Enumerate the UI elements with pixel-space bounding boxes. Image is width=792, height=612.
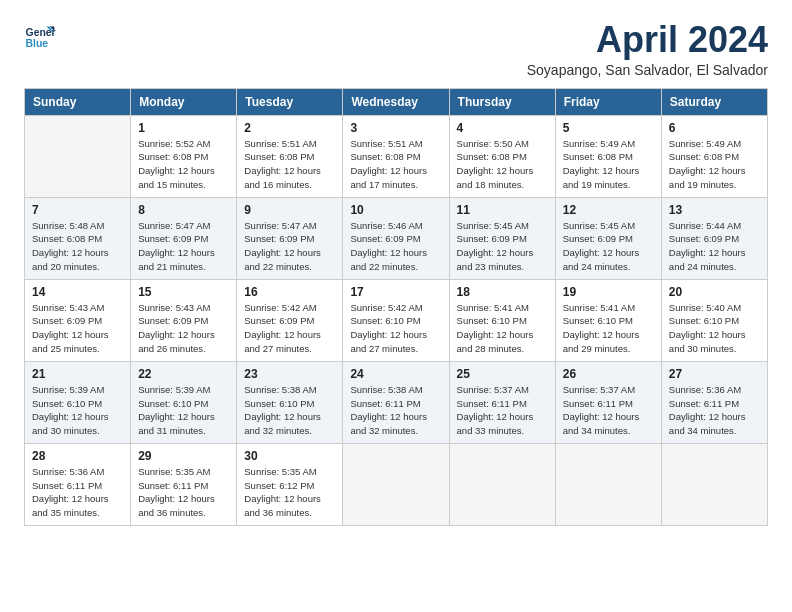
day-number: 17 [350,285,441,299]
day-number: 13 [669,203,760,217]
calendar-cell [449,443,555,525]
calendar-cell: 13Sunrise: 5:44 AM Sunset: 6:09 PM Dayli… [661,197,767,279]
day-number: 8 [138,203,229,217]
calendar-cell: 10Sunrise: 5:46 AM Sunset: 6:09 PM Dayli… [343,197,449,279]
calendar-cell [661,443,767,525]
day-number: 29 [138,449,229,463]
day-info: Sunrise: 5:42 AM Sunset: 6:10 PM Dayligh… [350,301,441,356]
day-number: 24 [350,367,441,381]
day-number: 19 [563,285,654,299]
calendar-cell: 20Sunrise: 5:40 AM Sunset: 6:10 PM Dayli… [661,279,767,361]
day-number: 11 [457,203,548,217]
day-info: Sunrise: 5:38 AM Sunset: 6:10 PM Dayligh… [244,383,335,438]
day-number: 25 [457,367,548,381]
header-monday: Monday [131,88,237,115]
day-info: Sunrise: 5:39 AM Sunset: 6:10 PM Dayligh… [138,383,229,438]
calendar-cell: 18Sunrise: 5:41 AM Sunset: 6:10 PM Dayli… [449,279,555,361]
calendar-week-row: 1Sunrise: 5:52 AM Sunset: 6:08 PM Daylig… [25,115,768,197]
calendar-week-row: 14Sunrise: 5:43 AM Sunset: 6:09 PM Dayli… [25,279,768,361]
day-info: Sunrise: 5:47 AM Sunset: 6:09 PM Dayligh… [138,219,229,274]
day-number: 12 [563,203,654,217]
calendar-cell: 25Sunrise: 5:37 AM Sunset: 6:11 PM Dayli… [449,361,555,443]
day-info: Sunrise: 5:50 AM Sunset: 6:08 PM Dayligh… [457,137,548,192]
day-info: Sunrise: 5:42 AM Sunset: 6:09 PM Dayligh… [244,301,335,356]
calendar-cell: 28Sunrise: 5:36 AM Sunset: 6:11 PM Dayli… [25,443,131,525]
svg-text:General: General [26,27,56,38]
header-thursday: Thursday [449,88,555,115]
calendar-cell: 26Sunrise: 5:37 AM Sunset: 6:11 PM Dayli… [555,361,661,443]
calendar-cell: 24Sunrise: 5:38 AM Sunset: 6:11 PM Dayli… [343,361,449,443]
day-number: 20 [669,285,760,299]
day-number: 4 [457,121,548,135]
day-info: Sunrise: 5:37 AM Sunset: 6:11 PM Dayligh… [457,383,548,438]
day-number: 26 [563,367,654,381]
calendar-cell: 17Sunrise: 5:42 AM Sunset: 6:10 PM Dayli… [343,279,449,361]
calendar-cell: 15Sunrise: 5:43 AM Sunset: 6:09 PM Dayli… [131,279,237,361]
day-number: 1 [138,121,229,135]
calendar-cell: 12Sunrise: 5:45 AM Sunset: 6:09 PM Dayli… [555,197,661,279]
day-info: Sunrise: 5:41 AM Sunset: 6:10 PM Dayligh… [457,301,548,356]
day-number: 16 [244,285,335,299]
calendar-cell: 6Sunrise: 5:49 AM Sunset: 6:08 PM Daylig… [661,115,767,197]
day-number: 21 [32,367,123,381]
calendar-cell [555,443,661,525]
day-info: Sunrise: 5:44 AM Sunset: 6:09 PM Dayligh… [669,219,760,274]
day-info: Sunrise: 5:43 AM Sunset: 6:09 PM Dayligh… [32,301,123,356]
calendar-week-row: 21Sunrise: 5:39 AM Sunset: 6:10 PM Dayli… [25,361,768,443]
day-number: 7 [32,203,123,217]
day-number: 6 [669,121,760,135]
calendar-cell: 29Sunrise: 5:35 AM Sunset: 6:11 PM Dayli… [131,443,237,525]
day-number: 15 [138,285,229,299]
svg-text:Blue: Blue [26,38,49,49]
day-number: 14 [32,285,123,299]
day-info: Sunrise: 5:49 AM Sunset: 6:08 PM Dayligh… [563,137,654,192]
calendar-cell [343,443,449,525]
calendar-cell: 19Sunrise: 5:41 AM Sunset: 6:10 PM Dayli… [555,279,661,361]
day-info: Sunrise: 5:40 AM Sunset: 6:10 PM Dayligh… [669,301,760,356]
day-number: 5 [563,121,654,135]
calendar-cell: 21Sunrise: 5:39 AM Sunset: 6:10 PM Dayli… [25,361,131,443]
header-friday: Friday [555,88,661,115]
day-number: 22 [138,367,229,381]
calendar-cell: 2Sunrise: 5:51 AM Sunset: 6:08 PM Daylig… [237,115,343,197]
day-info: Sunrise: 5:51 AM Sunset: 6:08 PM Dayligh… [244,137,335,192]
calendar-header-row: SundayMondayTuesdayWednesdayThursdayFrid… [25,88,768,115]
header-sunday: Sunday [25,88,131,115]
day-info: Sunrise: 5:38 AM Sunset: 6:11 PM Dayligh… [350,383,441,438]
calendar-cell: 7Sunrise: 5:48 AM Sunset: 6:08 PM Daylig… [25,197,131,279]
calendar-cell: 1Sunrise: 5:52 AM Sunset: 6:08 PM Daylig… [131,115,237,197]
day-info: Sunrise: 5:36 AM Sunset: 6:11 PM Dayligh… [32,465,123,520]
day-info: Sunrise: 5:35 AM Sunset: 6:11 PM Dayligh… [138,465,229,520]
day-info: Sunrise: 5:37 AM Sunset: 6:11 PM Dayligh… [563,383,654,438]
calendar-cell: 23Sunrise: 5:38 AM Sunset: 6:10 PM Dayli… [237,361,343,443]
calendar-cell: 11Sunrise: 5:45 AM Sunset: 6:09 PM Dayli… [449,197,555,279]
logo-icon: General Blue [24,20,56,52]
day-info: Sunrise: 5:46 AM Sunset: 6:09 PM Dayligh… [350,219,441,274]
day-info: Sunrise: 5:45 AM Sunset: 6:09 PM Dayligh… [563,219,654,274]
header-tuesday: Tuesday [237,88,343,115]
day-info: Sunrise: 5:52 AM Sunset: 6:08 PM Dayligh… [138,137,229,192]
calendar-cell: 8Sunrise: 5:47 AM Sunset: 6:09 PM Daylig… [131,197,237,279]
location-subtitle: Soyapango, San Salvador, El Salvador [527,62,768,78]
calendar-table: SundayMondayTuesdayWednesdayThursdayFrid… [24,88,768,526]
header-wednesday: Wednesday [343,88,449,115]
day-number: 9 [244,203,335,217]
day-number: 28 [32,449,123,463]
calendar-cell: 9Sunrise: 5:47 AM Sunset: 6:09 PM Daylig… [237,197,343,279]
calendar-cell: 14Sunrise: 5:43 AM Sunset: 6:09 PM Dayli… [25,279,131,361]
title-block: April 2024 Soyapango, San Salvador, El S… [527,20,768,78]
header-saturday: Saturday [661,88,767,115]
day-info: Sunrise: 5:48 AM Sunset: 6:08 PM Dayligh… [32,219,123,274]
day-info: Sunrise: 5:41 AM Sunset: 6:10 PM Dayligh… [563,301,654,356]
day-info: Sunrise: 5:51 AM Sunset: 6:08 PM Dayligh… [350,137,441,192]
day-number: 3 [350,121,441,135]
calendar-week-row: 7Sunrise: 5:48 AM Sunset: 6:08 PM Daylig… [25,197,768,279]
day-number: 2 [244,121,335,135]
day-info: Sunrise: 5:39 AM Sunset: 6:10 PM Dayligh… [32,383,123,438]
day-info: Sunrise: 5:49 AM Sunset: 6:08 PM Dayligh… [669,137,760,192]
day-info: Sunrise: 5:45 AM Sunset: 6:09 PM Dayligh… [457,219,548,274]
calendar-cell: 27Sunrise: 5:36 AM Sunset: 6:11 PM Dayli… [661,361,767,443]
day-info: Sunrise: 5:43 AM Sunset: 6:09 PM Dayligh… [138,301,229,356]
calendar-cell: 30Sunrise: 5:35 AM Sunset: 6:12 PM Dayli… [237,443,343,525]
calendar-cell [25,115,131,197]
